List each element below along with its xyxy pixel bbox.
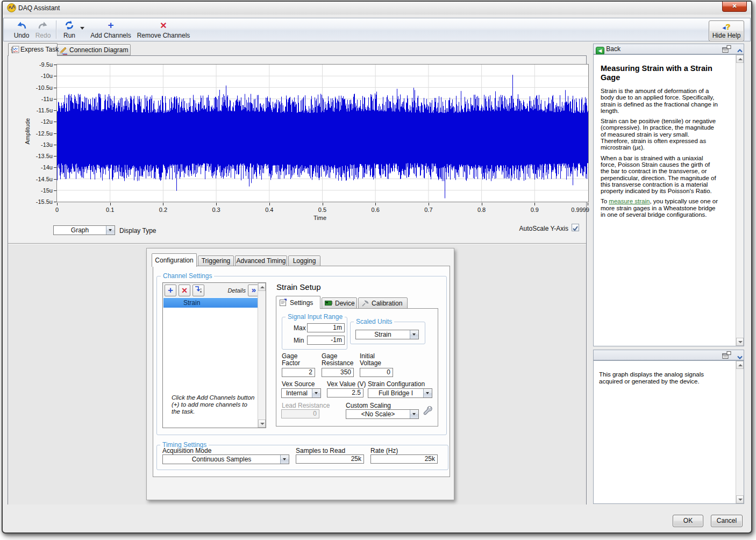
y-tick-label: -15u — [20, 187, 53, 194]
dropdown-arrow-icon[interactable] — [410, 330, 418, 339]
dropdown-arrow-icon[interactable] — [106, 226, 115, 235]
vex-source-label: Vex Source — [282, 380, 315, 388]
x-tick-label: 0.8 — [466, 207, 498, 213]
x-axis-title: Time — [293, 215, 347, 221]
close-button[interactable]: ✕ — [722, 2, 747, 12]
y-tick-label: -14u — [20, 164, 53, 170]
autoscale-checkbox[interactable] — [572, 224, 579, 231]
channel-list-item[interactable]: Strain — [163, 298, 258, 308]
vex-value-field[interactable]: 2.5 — [327, 388, 363, 397]
custom-scaling-wrench-icon[interactable] — [422, 405, 432, 419]
max-field[interactable]: 1m — [307, 323, 345, 332]
add-icon: + — [89, 20, 133, 31]
scroll-up-icon[interactable] — [258, 283, 266, 291]
y-tick-label: -10.5u — [20, 84, 53, 91]
vex-source-dropdown[interactable]: Internal — [281, 388, 321, 398]
help-paragraph: To measure strain, you typically use one… — [601, 198, 737, 218]
undo-button[interactable]: Undo — [11, 19, 32, 40]
gage-factor-field[interactable]: 2 — [282, 368, 315, 377]
remove-icon: ✕ — [137, 20, 190, 31]
help2-scrollbar[interactable] — [736, 361, 744, 503]
dropdown-arrow-icon[interactable] — [280, 455, 289, 464]
run-dropdown-caret[interactable] — [80, 27, 84, 30]
run-button[interactable]: Run — [59, 19, 80, 40]
scaled-units-label: Scaled Units — [354, 318, 394, 325]
dropdown-arrow-icon[interactable] — [312, 389, 320, 397]
min-label: Min — [294, 337, 304, 344]
cancel-button[interactable]: Cancel — [711, 515, 743, 527]
rate-label: Rate (Hz) — [370, 447, 398, 454]
add-channels-button[interactable]: + Add Channels — [89, 19, 133, 40]
reorder-channel-button[interactable] — [192, 285, 204, 296]
redo-icon — [32, 20, 54, 31]
x-tick-label: 0.5 — [306, 207, 339, 213]
tab-advanced-timing[interactable]: Advanced Timing — [235, 255, 287, 267]
channel-list-scrollbar[interactable] — [258, 283, 266, 428]
signal-input-range-label: Signal Input Range — [286, 313, 345, 321]
tab-logging[interactable]: Logging — [288, 255, 320, 267]
waveform-graph[interactable] — [56, 64, 589, 202]
rate-field[interactable]: 25k — [370, 454, 438, 464]
hide-help-icon: ◂? — [709, 22, 744, 32]
y-tick-label: -14.5u — [20, 176, 53, 182]
delete-channel-button[interactable]: ✕ — [179, 285, 190, 296]
back-button[interactable]: ◄ Back — [596, 45, 621, 54]
tab-settings[interactable]: Settings — [276, 296, 320, 309]
initial-voltage-field[interactable]: 0 — [360, 368, 393, 377]
ok-button[interactable]: OK — [673, 515, 703, 527]
scroll-down-icon[interactable] — [736, 495, 744, 503]
hide-help-button[interactable]: ◂? Hide Help — [709, 20, 744, 41]
undo-icon — [11, 20, 32, 31]
x-tick-label: 0 — [41, 207, 73, 213]
y-tick-label: -11u — [20, 96, 53, 102]
settings-icon — [279, 299, 287, 308]
help-scrollbar[interactable] — [736, 55, 744, 346]
y-tick-label: -10u — [20, 73, 53, 79]
help2-text: This graph displays the analog signals a… — [599, 371, 733, 385]
title-bar[interactable]: DAQ Assistant ✕ — [3, 2, 751, 15]
device-icon — [325, 300, 333, 308]
acquisition-mode-label: Acquisition Mode — [162, 447, 211, 454]
display-type-label: Display Type — [119, 227, 156, 235]
scroll-down-icon[interactable] — [258, 420, 266, 428]
tab-configuration[interactable]: Configuration — [152, 253, 197, 267]
samples-to-read-field[interactable]: 25k — [296, 454, 364, 464]
custom-scaling-dropdown[interactable]: <No Scale> — [346, 409, 419, 419]
help-header: ◄ Back — [593, 44, 744, 54]
tab-calibration[interactable]: Calibration — [358, 297, 408, 309]
x-tick-label: 0.4 — [253, 207, 286, 213]
redo-button[interactable]: Redo — [32, 19, 54, 40]
x-tick-label: 0.3 — [200, 207, 232, 213]
scroll-down-icon[interactable] — [736, 338, 744, 346]
tab-express-task[interactable]: { Express Task — [8, 43, 58, 56]
dropdown-arrow-icon[interactable] — [410, 410, 418, 418]
tab-triggering[interactable]: Triggering — [198, 255, 234, 267]
gage-resistance-label: Gage Resistance — [322, 353, 360, 367]
display-type-dropdown[interactable]: Graph — [53, 225, 115, 235]
express-task-icon: { — [11, 45, 19, 55]
scaled-units-dropdown[interactable]: Strain — [355, 330, 419, 339]
scroll-up-icon[interactable] — [736, 361, 744, 369]
strain-configuration-dropdown[interactable]: Full Bridge I — [368, 388, 432, 398]
y-axis-ticks — [54, 65, 56, 202]
check-icon — [572, 225, 579, 232]
help-paragraph: Strain is the amount of deformation of a… — [601, 88, 737, 114]
tab-connection-diagram[interactable]: Connection Diagram — [57, 44, 131, 55]
acquisition-mode-dropdown[interactable]: Continuous Samples — [162, 454, 289, 464]
max-label: Max — [294, 324, 306, 332]
strain-configuration-label: Strain Configuration — [368, 380, 425, 388]
measure-strain-link[interactable]: measure strain — [609, 198, 650, 204]
min-field[interactable]: -1m — [307, 336, 345, 345]
route-icon — [194, 285, 203, 294]
remove-channels-button[interactable]: ✕ Remove Channels — [137, 19, 190, 40]
x-tick-label: 0.2 — [147, 207, 179, 213]
help2-content: This graph displays the analog signals a… — [593, 360, 744, 504]
gage-resistance-field[interactable]: 350 — [322, 368, 354, 377]
toolbar: Undo Redo Run + Add Channels ✕ Remove Ch… — [3, 18, 751, 41]
add-channel-button[interactable]: + — [165, 285, 176, 296]
y-tick-label: -13.5u — [20, 153, 53, 159]
channel-list[interactable]: + ✕ Details » Strain Click the Add Chann… — [162, 282, 266, 428]
tab-device[interactable]: Device — [322, 297, 357, 309]
dropdown-arrow-icon[interactable] — [423, 389, 432, 397]
scroll-up-icon[interactable] — [736, 55, 744, 63]
